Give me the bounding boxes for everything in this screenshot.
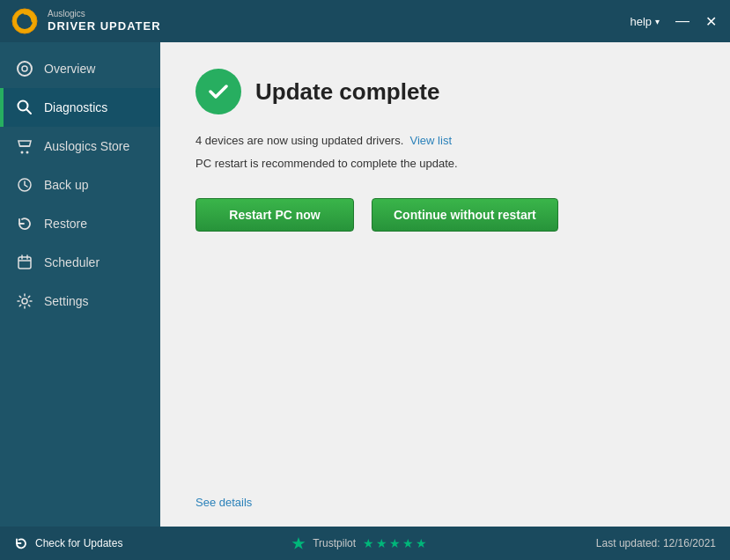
svg-point-3 [22,66,27,71]
app-title: Auslogics DRIVER UPDATER [48,9,161,33]
sidebar-item-restore[interactable]: Restore [0,204,160,243]
check-for-updates-button[interactable]: Check for Updates [14,536,122,550]
refresh-icon [14,536,28,550]
scheduler-icon [16,254,33,271]
check-updates-label: Check for Updates [35,537,122,549]
sidebar-label-diagnostics: Diagnostics [44,100,107,114]
svg-rect-9 [18,257,31,269]
sidebar-label-backup: Back up [44,178,89,192]
trustpilot-label: Trustpilot [313,537,356,549]
window-controls: — ✕ [674,13,719,30]
app-logo-icon [11,7,39,35]
content-area: Update complete 4 devices are now using … [160,42,730,527]
title-bar: Auslogics DRIVER UPDATER help ▾ — ✕ [0,0,730,42]
update-description-line2: PC restart is recommended to complete th… [195,155,704,173]
update-title: Update complete [255,78,440,106]
star-3: ★ [389,536,401,550]
sidebar-item-diagnostics[interactable]: Diagnostics [0,88,160,127]
minimize-button[interactable]: — [674,13,691,29]
star-4: ★ [402,536,414,550]
success-icon [195,69,241,114]
sidebar-item-overview[interactable]: Overview [0,49,160,88]
store-icon [16,137,33,155]
search-icon [16,99,33,116]
app-branding: Auslogics DRIVER UPDATER [11,7,161,35]
last-updated-label: Last updated: 12/16/2021 [596,537,716,549]
update-header: Update complete [195,69,704,114]
sidebar-label-restore: Restore [44,217,87,231]
trustpilot-stars: ★ ★ ★ ★ ★ [363,536,427,550]
see-details-link[interactable]: See details [195,355,704,509]
app-name-top: Auslogics [48,9,161,19]
trustpilot-star-logo [291,536,306,550]
bottom-bar: Check for Updates Trustpilot ★ ★ ★ ★ ★ L… [0,527,730,560]
sidebar-label-scheduler: Scheduler [44,255,100,269]
svg-marker-14 [292,537,306,549]
svg-point-6 [21,151,24,154]
sidebar-item-settings[interactable]: Settings [0,282,160,321]
svg-line-5 [27,110,32,114]
backup-icon [16,176,33,194]
help-button[interactable]: help ▾ [630,15,660,28]
restart-pc-button[interactable]: Restart PC now [195,198,354,232]
update-description-line1: 4 devices are now using updated drivers.… [195,132,704,150]
svg-point-2 [18,62,32,76]
svg-point-13 [22,298,27,304]
sidebar-item-scheduler[interactable]: Scheduler [0,243,160,282]
sidebar-item-backup[interactable]: Back up [0,166,160,204]
close-button[interactable]: ✕ [702,13,719,30]
action-buttons: Restart PC now Continue without restart [195,198,704,232]
sidebar-label-auslogics-store: Auslogics Store [44,139,129,153]
continue-without-restart-button[interactable]: Continue without restart [372,198,558,232]
sidebar-item-auslogics-store[interactable]: Auslogics Store [0,127,160,166]
app-name-main: DRIVER UPDATER [48,19,161,33]
restore-icon [16,215,33,232]
title-bar-controls: help ▾ — ✕ [630,13,719,30]
sidebar: Overview Diagnostics Auslogics Store [0,42,160,527]
star-1: ★ [363,536,374,550]
main-layout: Overview Diagnostics Auslogics Store [0,42,730,527]
settings-icon [16,292,33,310]
view-list-link[interactable]: View list [410,134,452,147]
svg-point-7 [26,151,29,154]
chevron-down-icon: ▾ [655,17,660,26]
star-2: ★ [376,536,387,550]
circle-gear-icon [16,60,33,77]
sidebar-label-settings: Settings [44,294,89,308]
sidebar-label-overview: Overview [44,62,95,76]
star-5: ★ [416,536,427,550]
trustpilot-section: Trustpilot ★ ★ ★ ★ ★ [291,536,427,550]
